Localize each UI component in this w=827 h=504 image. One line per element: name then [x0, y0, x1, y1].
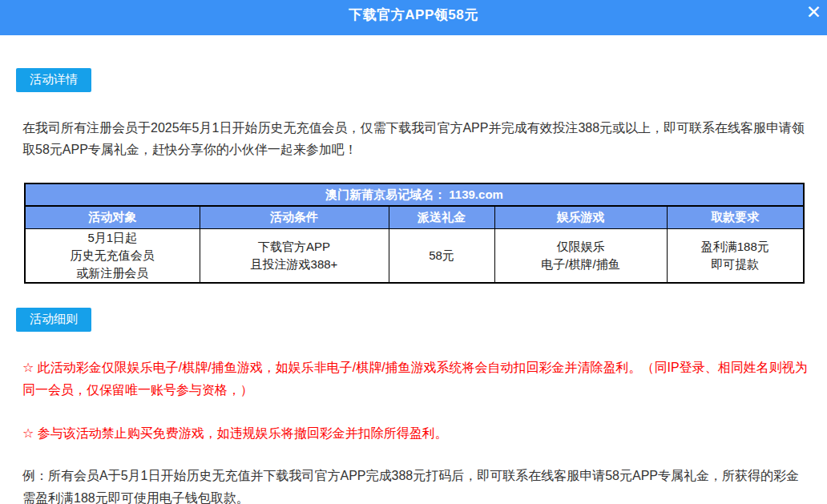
intro-text: 在我司所有注册会员于2025年5月1日开始历史无充值会员，仅需下载我司官方APP… [22, 117, 811, 160]
cell-line: 下载官方APP [200, 238, 389, 256]
cell-line: 电子/棋牌/捕鱼 [495, 256, 667, 273]
cell-games: 仅限娱乐 电子/棋牌/捕鱼 [494, 228, 667, 283]
cell-line: 历史无充值会员 [26, 247, 200, 264]
col-header-gift: 派送礼金 [389, 206, 494, 228]
cell-gift: 58元 [389, 228, 494, 283]
col-header-games: 娱乐游戏 [494, 206, 667, 228]
modal-title: 下载官方APP领58元 [0, 6, 827, 24]
table-row: 5月1日起 历史无充值会员 或新注册会员 下载官方APP 且投注游戏388+ 5… [25, 228, 804, 283]
example-text: 例：所有会员A于5月1日开始历史无充值并下载我司官方APP完成388元打码后，即… [22, 465, 811, 504]
cell-line: 58元 [389, 247, 494, 264]
rule-text-1: ☆ 此活动彩金仅限娱乐电子/棋牌/捕鱼游戏，如娱乐非电子/棋牌/捕鱼游戏系统将会… [22, 357, 811, 401]
cell-line: 盈利满188元 [668, 238, 804, 256]
promo-table: 澳门新莆京易记域名： 1139.com 活动对象 活动条件 派送礼金 娱乐游戏 … [24, 183, 805, 284]
cell-line: 或新注册会员 [26, 264, 200, 282]
col-header-target: 活动对象 [25, 206, 200, 228]
modal-header: 下载官方APP领58元 ✕ [0, 0, 827, 35]
modal-body: 活动详情 在我司所有注册会员于2025年5月1日开始历史无充值会员，仅需下载我司… [0, 35, 827, 504]
promo-modal: 下载官方APP领58元 ✕ 活动详情 在我司所有注册会员于2025年5月1日开始… [0, 0, 827, 504]
section-badge-details: 活动详情 [16, 68, 91, 92]
col-header-withdraw: 取款要求 [667, 206, 804, 228]
cell-line: 仅限娱乐 [495, 238, 667, 256]
rule-text-2: ☆ 参与该活动禁止购买免费游戏，如违规娱乐将撤回彩金并扣除所得盈利。 [22, 422, 811, 445]
table-header-row: 活动对象 活动条件 派送礼金 娱乐游戏 取款要求 [25, 206, 804, 228]
col-header-condition: 活动条件 [200, 206, 389, 228]
table-title-row: 澳门新莆京易记域名： 1139.com [25, 183, 804, 206]
section-badge-rules: 活动细则 [16, 308, 91, 332]
cell-withdraw: 盈利满188元 即可提款 [667, 228, 804, 283]
rules-badge-wrap: 活动细则 [22, 308, 809, 332]
cell-line: 5月1日起 [26, 229, 200, 247]
close-icon[interactable]: ✕ [805, 2, 823, 22]
cell-condition: 下载官方APP 且投注游戏388+ [200, 228, 389, 283]
cell-target: 5月1日起 历史无充值会员 或新注册会员 [25, 228, 200, 283]
table-title: 澳门新莆京易记域名： 1139.com [25, 183, 804, 206]
cell-line: 即可提款 [668, 256, 804, 273]
cell-line: 且投注游戏388+ [200, 256, 389, 273]
